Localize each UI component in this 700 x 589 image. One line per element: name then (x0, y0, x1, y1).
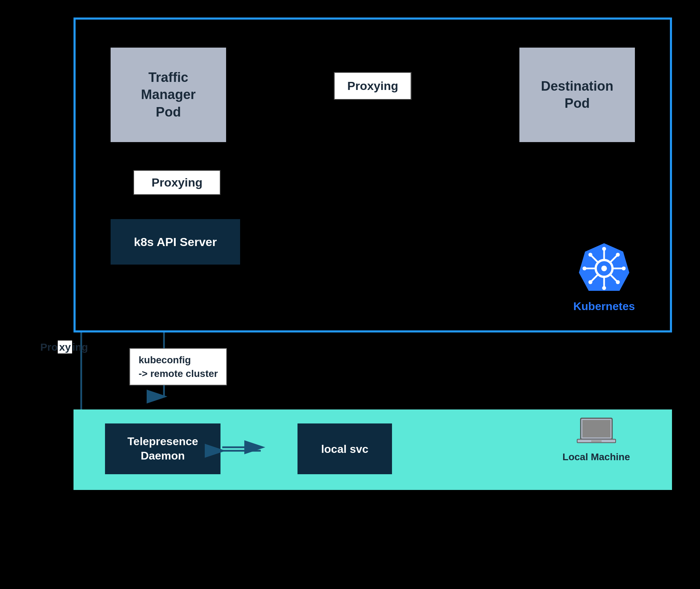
telepresence-daemon-box: Telepresence Daemon (105, 423, 220, 474)
svg-point-19 (601, 266, 607, 271)
svg-point-32 (588, 253, 592, 257)
svg-point-29 (602, 286, 606, 290)
svg-rect-37 (582, 420, 610, 437)
svg-rect-39 (591, 440, 602, 442)
k8s-api-server-box: k8s API Server (111, 219, 240, 265)
local-machine: Local Machine (562, 416, 630, 479)
kubernetes-label: Kubernetes (573, 300, 635, 313)
svg-point-31 (622, 266, 625, 270)
traffic-manager-pod-label: Traffic Manager Pod (140, 69, 197, 121)
proxying-center-box: Proxying (334, 72, 411, 100)
svg-point-35 (588, 280, 592, 284)
svg-point-30 (582, 266, 586, 270)
destination-pod: Destination Pod (519, 48, 635, 142)
svg-point-34 (616, 253, 620, 257)
destination-pod-label: Destination Pod (541, 78, 614, 112)
svg-point-28 (602, 247, 606, 251)
kubernetes-icon (576, 240, 632, 296)
k8s-api-server-label: k8s API Server (134, 235, 217, 249)
local-machine-label: Local Machine (562, 451, 630, 463)
kubernetes-logo: Kubernetes (573, 240, 635, 313)
local-svc-label: local svc (321, 442, 368, 455)
local-svc-box: local svc (298, 423, 392, 474)
proxying-lower-box: Proxying (133, 170, 220, 195)
traffic-manager-pod: Traffic Manager Pod (111, 48, 226, 142)
proxying-side-label: Proxying (40, 341, 88, 353)
laptop-icon (575, 416, 617, 448)
kubeconfig-label: kubeconfig -> remote cluster (130, 348, 227, 385)
diagram-wrapper: Traffic Manager Pod Proxying Destination… (46, 17, 672, 568)
local-section: Telepresence Daemon local svc Local Mach… (74, 409, 672, 490)
k8s-cluster-box: Traffic Manager Pod Proxying Destination… (74, 17, 672, 332)
svg-point-33 (616, 280, 620, 284)
telepresence-daemon-label: Telepresence Daemon (127, 434, 198, 463)
